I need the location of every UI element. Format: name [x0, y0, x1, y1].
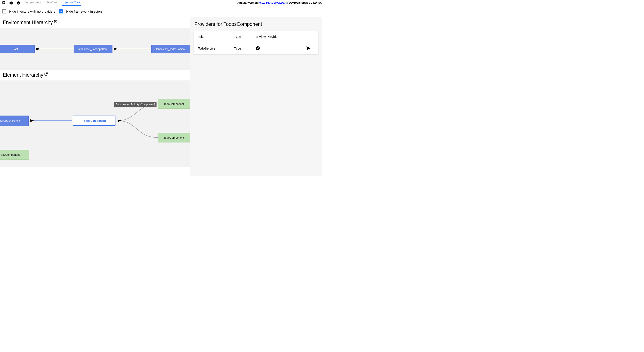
version-link[interactable]: 0.0.0-PLACEHOLDER	[259, 1, 286, 4]
tab-components[interactable]: Components	[24, 0, 42, 5]
providers-table: Token Type Is View Provider TodoService …	[194, 31, 318, 54]
section-title-elem: Element Hierarchy	[0, 70, 190, 81]
version-info: Angular version: 0.0.0-PLACEHOLDER | Dev…	[237, 0, 322, 4]
open-in-new-icon[interactable]	[44, 71, 48, 77]
tab-profiler[interactable]: Profiler	[46, 0, 58, 5]
th-type: Type	[234, 35, 256, 38]
inspect-icon[interactable]	[2, 1, 6, 5]
send-icon[interactable]	[306, 45, 314, 51]
section-title-env: Environment Hierarchy	[0, 17, 190, 28]
svg-rect-2	[18, 2, 18, 4]
info-icon[interactable]	[16, 1, 20, 5]
left-pane: Environment Hierarchy Root Standalone[_	[0, 17, 190, 176]
table-row[interactable]: TodoService Type	[194, 42, 318, 54]
env-node-todoapp[interactable]: Standalone[_TodoAppCom...	[74, 45, 112, 53]
elem-graph[interactable]: loAppComponent TodosComponent TodoCompon…	[0, 81, 190, 167]
tab-bar: Components Profiler Injector Tree Angula…	[0, 0, 322, 6]
checkbox-hide-no-providers[interactable]	[2, 9, 6, 13]
svg-rect-3	[18, 2, 18, 2]
cell-token: TodoService	[198, 46, 234, 50]
providers-title: Providers for TodosComponent	[194, 21, 318, 27]
elem-node-todos-selected[interactable]: TodosComponent	[73, 116, 116, 126]
elem-node-zippy[interactable]: ppyComponent	[0, 150, 29, 160]
right-pane: Providers for TodosComponent Token Type …	[190, 17, 322, 176]
elem-node-todo-1[interactable]: TodoComponent	[158, 99, 190, 109]
th-token: Token	[198, 35, 234, 38]
elem-node-todoapp[interactable]: loAppComponent	[0, 116, 29, 126]
tab-injector-tree[interactable]: Injector Tree	[62, 0, 81, 6]
checkbox-hide-framework[interactable]	[59, 9, 63, 13]
cancel-icon	[256, 46, 306, 51]
gear-icon[interactable]	[9, 1, 13, 5]
env-node-root[interactable]: Root	[0, 45, 35, 53]
label-hide-no-providers: Hide injectors with no providers	[9, 9, 55, 13]
th-isview: Is View Provider	[256, 35, 306, 38]
tooltip: Standalone[_TodoAppComponent]	[114, 102, 156, 107]
label-hide-framework: Hide framework injectors	[66, 9, 103, 13]
cell-type: Type	[234, 46, 256, 50]
table-header-row: Token Type Is View Provider	[194, 31, 318, 42]
env-graph[interactable]: Root Standalone[_TodoAppCom... Standalon…	[0, 28, 190, 70]
env-node-todoscomp[interactable]: Standalone[_TodosCompo...	[152, 45, 190, 53]
open-in-new-icon[interactable]	[54, 19, 58, 25]
elem-node-todo-2[interactable]: TodoComponent	[158, 133, 190, 142]
options-row: Hide injectors with no providers Hide fr…	[0, 6, 322, 17]
